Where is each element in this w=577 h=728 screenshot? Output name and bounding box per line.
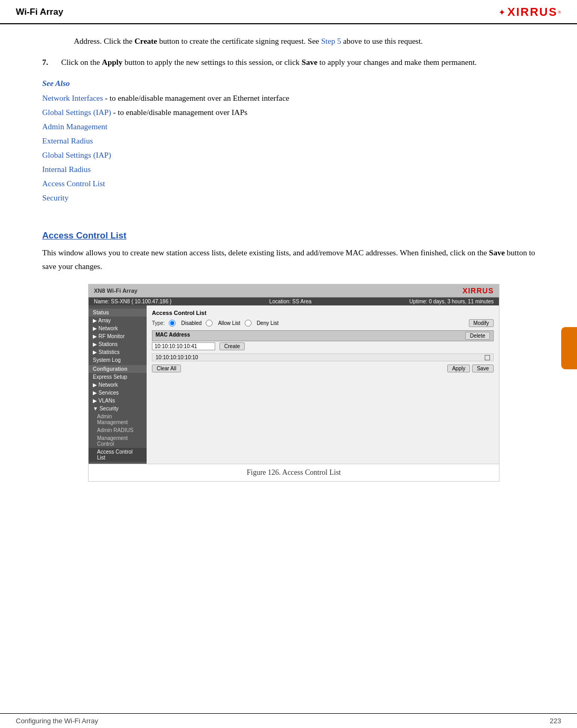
see-also-title: See Also bbox=[42, 79, 545, 88]
logo: ✦ XIRRUS ® bbox=[498, 5, 561, 19]
save-bold: Save bbox=[302, 58, 318, 66]
mini-ui-body: Status ▶ Array ▶ Network ▶ RF Monitor ▶ … bbox=[89, 305, 499, 464]
mini-ui-status-bar: Name: SS-XN8 { 10.100.47.186 } Location:… bbox=[89, 298, 499, 305]
footer-right: 223 bbox=[550, 717, 561, 725]
sidebar-item-services[interactable]: ▶ Services bbox=[89, 389, 147, 397]
mac-input[interactable] bbox=[152, 342, 215, 350]
item-number: 7. bbox=[42, 56, 53, 69]
mac-table-row: 10:10:10:10:10:10 bbox=[152, 353, 494, 361]
radio-deny-label: Deny List bbox=[257, 320, 279, 326]
logo-text: XIRRUS bbox=[507, 5, 557, 19]
radio-disabled-label: Disabled bbox=[181, 320, 201, 326]
clear-all-button[interactable]: Clear All bbox=[152, 365, 181, 372]
radio-allow[interactable] bbox=[206, 320, 213, 327]
sidebar-item-system-log[interactable]: System Log bbox=[89, 356, 147, 364]
apply-bold: Apply bbox=[102, 58, 122, 66]
link-global-settings-iap-2[interactable]: Global Settings (IAP) bbox=[42, 151, 111, 159]
sidebar-item-network[interactable]: ▶ Network bbox=[89, 324, 147, 332]
mac-input-row: Create bbox=[152, 342, 494, 350]
sidebar-sub-acl[interactable]: Access Control List bbox=[89, 448, 147, 462]
sidebar-sub-admin-radius[interactable]: Admin RADIUS bbox=[89, 426, 147, 434]
figure-container: XN8 Wi-Fi Array XIRRUS Name: SS-XN8 { 10… bbox=[88, 284, 499, 482]
status-name: Name: SS-XN8 { 10.100.47.186 } bbox=[94, 299, 171, 304]
radio-deny[interactable] bbox=[245, 320, 252, 327]
list-item: Internal Radius bbox=[42, 162, 545, 177]
sidebar-sub-mgmt-control[interactable]: Management Control bbox=[89, 434, 147, 448]
delete-button[interactable]: Delete bbox=[465, 332, 490, 340]
mini-type-row: Type: Disabled Allow List Deny List Modi… bbox=[152, 319, 494, 327]
radio-allow-label: Allow List bbox=[218, 320, 240, 326]
list-item: Network Interfaces - to enable/disable m… bbox=[42, 91, 545, 106]
list-item: Admin Management bbox=[42, 120, 545, 134]
list-item: Security bbox=[42, 191, 545, 205]
mini-bottom-row: Clear All Apply Save bbox=[152, 365, 494, 372]
link-access-control-list[interactable]: Access Control List bbox=[42, 179, 105, 188]
list-item: Global Settings (IAP) - to enable/disabl… bbox=[42, 106, 545, 120]
list-item: Access Control List bbox=[42, 177, 545, 191]
sidebar-sub-admin-management[interactable]: Admin Management bbox=[89, 413, 147, 426]
link-network-interfaces[interactable]: Network Interfaces bbox=[42, 94, 103, 102]
sidebar-section-configuration: Configuration bbox=[89, 365, 147, 373]
mini-ui-brand: XN8 Wi-Fi Array bbox=[94, 288, 138, 294]
side-tab bbox=[561, 327, 577, 369]
sidebar-item-express-setup[interactable]: Express Setup bbox=[89, 373, 147, 381]
modify-button[interactable]: Modify bbox=[469, 319, 494, 327]
main-content: Address. Click the Create button to crea… bbox=[0, 24, 577, 503]
save-inline: Save bbox=[489, 248, 505, 257]
list-item: Global Settings (IAP) bbox=[42, 148, 545, 162]
status-location: Location: SS Area bbox=[270, 299, 312, 304]
list-item: External Radius bbox=[42, 134, 545, 148]
link-desc: - to enable/disable management over IAPs bbox=[113, 108, 248, 117]
section-heading-acl: Access Control List bbox=[42, 231, 545, 241]
mac-address-header: MAC Address bbox=[156, 332, 190, 340]
sidebar-item-rf-monitor[interactable]: ▶ RF Monitor bbox=[89, 332, 147, 340]
link-admin-management[interactable]: Admin Management bbox=[42, 122, 108, 131]
create-button[interactable]: Create bbox=[219, 342, 245, 350]
page-header: Wi-Fi Array ✦ XIRRUS ® bbox=[0, 0, 577, 24]
mini-main-panel: Access Control List Type: Disabled Allow… bbox=[147, 305, 499, 464]
sidebar-item-stations[interactable]: ▶ Stations bbox=[89, 340, 147, 348]
sidebar-section-status: Status bbox=[89, 309, 147, 317]
see-also-section: See Also Network Interfaces - to enable/… bbox=[42, 79, 545, 205]
mac-checkbox[interactable] bbox=[485, 355, 490, 360]
link-external-radius[interactable]: External Radius bbox=[42, 137, 93, 145]
numbered-item-7: 7. Click on the Apply button to apply th… bbox=[42, 56, 545, 69]
link-security[interactable]: Security bbox=[42, 194, 69, 202]
mac-table-header: MAC Address Delete bbox=[152, 330, 494, 341]
figure-caption: Figure 126. Access Control List bbox=[89, 464, 499, 481]
page-title: Wi-Fi Array bbox=[16, 7, 63, 17]
link-desc: - to enable/disable management over an E… bbox=[105, 94, 289, 102]
link-internal-radius[interactable]: Internal Radius bbox=[42, 165, 91, 174]
sidebar-item-vlans[interactable]: ▶ VLANs bbox=[89, 397, 147, 405]
mini-panel-title: Access Control List bbox=[152, 310, 494, 316]
footer-left: Configuring the Wi-Fi Array bbox=[16, 717, 98, 725]
mini-ui: XN8 Wi-Fi Array XIRRUS Name: SS-XN8 { 10… bbox=[89, 284, 499, 464]
sidebar-item-network-config[interactable]: ▶ Network bbox=[89, 381, 147, 389]
item-content: Click on the Apply button to apply the n… bbox=[61, 56, 545, 69]
logo-wifi-symbol: ✦ bbox=[498, 7, 505, 17]
status-uptime: Uptime: 0 days, 3 hours, 11 minutes bbox=[409, 299, 494, 304]
intro-block: Address. Click the Create button to crea… bbox=[74, 35, 545, 47]
mac-value: 10:10:10:10:10:10 bbox=[156, 355, 198, 360]
radio-disabled[interactable] bbox=[169, 320, 176, 327]
see-also-list: Network Interfaces - to enable/disable m… bbox=[42, 91, 545, 205]
page-footer: Configuring the Wi-Fi Array 223 bbox=[0, 713, 577, 728]
step5-link[interactable]: Step 5 bbox=[321, 37, 341, 45]
sidebar-item-statistics[interactable]: ▶ Statistics bbox=[89, 348, 147, 356]
create-bold: Create bbox=[134, 37, 157, 45]
sidebar-item-security[interactable]: ▼ Security bbox=[89, 405, 147, 413]
mini-ui-logo: XIRRUS bbox=[463, 286, 494, 295]
apply-button[interactable]: Apply bbox=[447, 365, 470, 372]
mini-ui-header: XN8 Wi-Fi Array XIRRUS bbox=[89, 284, 499, 298]
sidebar-item-array[interactable]: ▶ Array bbox=[89, 317, 147, 324]
link-global-settings-iap-1[interactable]: Global Settings (IAP) bbox=[42, 108, 111, 117]
section-body-acl: This window allows you to create new sta… bbox=[42, 246, 545, 273]
type-label: Type: bbox=[152, 320, 165, 326]
mini-sidebar: Status ▶ Array ▶ Network ▶ RF Monitor ▶ … bbox=[89, 305, 147, 464]
save-button[interactable]: Save bbox=[472, 365, 494, 372]
